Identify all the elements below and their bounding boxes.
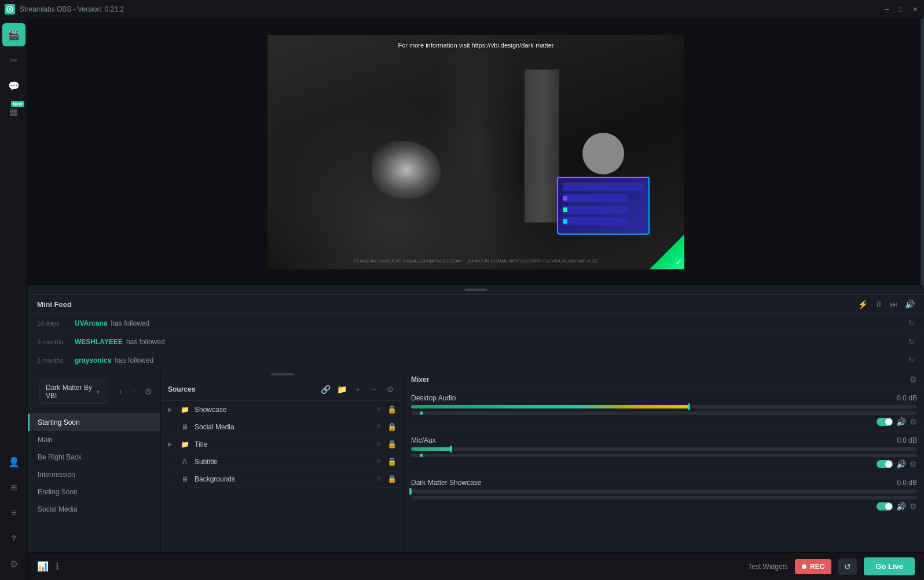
mixer-slider-track[interactable] — [411, 447, 917, 451]
scene-list-item[interactable]: Main — [28, 431, 160, 448]
feed-username: UVArcana — [75, 319, 107, 327]
feed-item: 3 months WESHLAYEEE has followed ↻ — [28, 333, 924, 351]
source-visibility-icon[interactable]: 👁 — [375, 422, 383, 431]
close-button[interactable]: ✕ — [910, 5, 919, 14]
mini-feed-filter-icon[interactable]: ⚡ — [858, 300, 868, 309]
scene-list-item[interactable]: Starting Soon — [28, 414, 160, 431]
source-type-icon: 📁 — [179, 440, 190, 448]
info-icon[interactable]: ℹ — [56, 561, 59, 572]
mixer-volume-icon[interactable]: 🔊 — [896, 417, 906, 426]
sidebar-item-store[interactable]: ▦ New — [2, 100, 25, 123]
feed-items-container: 14 days UVArcana has followed ↻ 3 months… — [28, 314, 924, 370]
mixer-toggle-thumb — [885, 418, 892, 425]
mixer-toggle[interactable] — [877, 418, 893, 426]
mixer-item-name: Desktop Audio — [411, 394, 897, 402]
sources-settings-button[interactable]: ⚙ — [384, 383, 397, 396]
reset-button[interactable]: ↺ — [838, 559, 857, 575]
sidebar-item-chat[interactable]: 💬 — [2, 74, 25, 97]
chevron-down-icon: ▼ — [95, 389, 101, 395]
scene-list-item[interactable]: Ending Soon — [28, 483, 160, 501]
mixer-slider-handle — [409, 488, 412, 495]
mixer-slider-track[interactable] — [411, 405, 917, 408]
source-type-icon: 📁 — [179, 406, 190, 414]
stats-bar-icon[interactable]: 📊 — [37, 561, 49, 572]
sources-add-button[interactable]: + — [351, 383, 364, 396]
scene-list-item[interactable]: Be Right Back — [28, 448, 160, 466]
source-actions: 👁 🔒 — [375, 422, 397, 431]
mixer-settings-icon[interactable]: ⚙ — [910, 375, 917, 384]
preview-drag-handle[interactable] — [28, 285, 924, 294]
preview-resize-handle[interactable] — [921, 19, 924, 285]
source-visibility-icon[interactable]: 👁 — [375, 457, 383, 466]
scenes-remove-button[interactable]: − — [129, 385, 140, 398]
mixer-toggle-thumb — [885, 461, 892, 468]
stats-icon: ≡ — [11, 508, 16, 518]
sources-scene-link-button[interactable]: 🔗 — [319, 383, 332, 396]
sidebar: 🎬 ✂ 💬 ▦ New 👤 ⊞ ≡ ? ⚙ — [0, 19, 28, 580]
source-actions: 👁 🔒 — [375, 457, 397, 466]
mixer-slider-track[interactable] — [411, 490, 917, 493]
sources-list: ▶ 📁 Showcase 👁 🔒 🖥 Social Media 👁 🔒 ▶ 📁 … — [161, 401, 404, 488]
mixer-header: Mixer ⚙ — [404, 370, 924, 389]
sidebar-item-themes[interactable]: ✂ — [2, 49, 25, 72]
rec-button[interactable]: REC — [795, 559, 831, 574]
scenes-panel: Dark Matter By VBI ▼ + − ⚙ Starting Soon… — [28, 370, 161, 552]
mixer-slider-dot — [420, 411, 423, 415]
source-name: Title — [195, 440, 371, 448]
sidebar-item-settings[interactable]: ⚙ — [2, 552, 25, 575]
golive-button[interactable]: Go Live — [864, 557, 915, 575]
sources-remove-button[interactable]: − — [368, 383, 380, 396]
sidebar-item-dashboard[interactable]: ⊞ — [2, 476, 25, 499]
mixer-settings-btn[interactable]: ⚙ — [910, 502, 917, 511]
store-icon: ▦ — [9, 106, 18, 117]
titlebar-title: Streamlabs OBS - Version: 0.21.2 — [20, 5, 882, 13]
sidebar-item-stats[interactable]: ≡ — [2, 501, 25, 524]
feed-refresh-icon[interactable]: ↻ — [908, 319, 915, 327]
source-lock-icon[interactable]: 🔒 — [387, 422, 397, 431]
sources-drag-handle[interactable] — [161, 370, 404, 378]
source-lock-icon[interactable]: 🔒 — [387, 440, 397, 448]
minimize-button[interactable]: ─ — [882, 5, 892, 14]
new-badge: New — [11, 101, 24, 107]
mixer-slider-second-track[interactable] — [411, 496, 917, 499]
sidebar-item-help[interactable]: ? — [2, 527, 25, 550]
dashboard-icon: ⊞ — [10, 483, 17, 492]
source-lock-icon[interactable]: 🔒 — [387, 405, 397, 414]
mixer-slider-second-track[interactable] — [411, 411, 917, 415]
source-visibility-icon[interactable]: 👁 — [375, 405, 383, 414]
source-visibility-icon[interactable]: 👁 — [375, 475, 383, 483]
maximize-button[interactable]: □ — [896, 5, 905, 14]
source-lock-icon[interactable]: 🔒 — [387, 475, 397, 483]
mixer-toggle[interactable] — [877, 502, 893, 510]
scenes-settings-button[interactable]: ⚙ — [143, 385, 153, 398]
source-visibility-icon[interactable]: 👁 — [375, 440, 383, 448]
sidebar-item-profile[interactable]: 👤 — [2, 450, 25, 473]
feed-time: 3 months — [37, 338, 69, 345]
mini-feed-pause-icon[interactable]: ⏸ — [875, 300, 883, 309]
sources-folder-button[interactable]: 📁 — [335, 383, 348, 396]
mixer-toggle[interactable] — [877, 460, 893, 468]
scenes-add-button[interactable]: + — [115, 385, 126, 398]
scene-dropdown[interactable]: Dark Matter By VBI ▼ — [39, 380, 107, 404]
mixer-slider-second-track[interactable] — [411, 454, 917, 457]
source-list-item[interactable]: A Subtitle 👁 🔒 — [161, 453, 404, 470]
scene-list-item[interactable]: Intermission — [28, 466, 160, 483]
mixer-volume-icon[interactable]: 🔊 — [896, 459, 906, 469]
scene-list-item[interactable]: Social Media — [28, 501, 160, 518]
mixer-item: Desktop Audio 0.0 dB 🔊 ⚙ — [404, 389, 924, 432]
source-list-item[interactable]: ▶ 📁 Showcase 👁 🔒 — [161, 401, 404, 418]
feed-refresh-icon[interactable]: ↻ — [908, 356, 915, 364]
test-widgets-label: Test Widgets — [748, 563, 788, 571]
source-list-item[interactable]: ▶ 📁 Title 👁 🔒 — [161, 436, 404, 453]
source-list-item[interactable]: 🖥 Social Media 👁 🔒 — [161, 418, 404, 436]
source-lock-icon[interactable]: 🔒 — [387, 457, 397, 466]
mixer-volume-icon[interactable]: 🔊 — [896, 502, 906, 511]
sidebar-item-studio[interactable]: 🎬 — [2, 23, 25, 46]
mini-feed-skip-icon[interactable]: ⏭ — [890, 300, 898, 309]
feed-refresh-icon[interactable]: ↻ — [908, 337, 915, 346]
mixer-settings-btn[interactable]: ⚙ — [910, 459, 917, 469]
mixer-settings-btn[interactable]: ⚙ — [910, 417, 917, 426]
feed-username: graysonics — [75, 356, 111, 364]
source-list-item[interactable]: 🖥 Backgrounds 👁 🔒 — [161, 470, 404, 488]
mini-feed-volume-icon[interactable]: 🔊 — [905, 300, 915, 309]
